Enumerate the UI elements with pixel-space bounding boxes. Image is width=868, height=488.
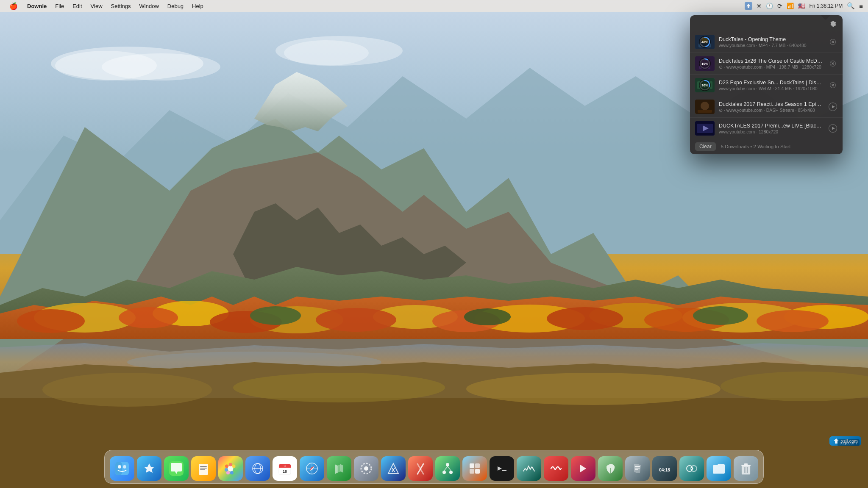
svg-text:18: 18 — [284, 465, 286, 468]
time-machine-icon[interactable]: 🕐 — [766, 3, 773, 9]
dock-item-transmit[interactable] — [462, 456, 487, 481]
view-menu[interactable]: View — [87, 2, 106, 10]
svg-point-38 — [102, 53, 220, 80]
dock-item-trash[interactable] — [734, 456, 758, 481]
debug-menu[interactable]: Debug — [164, 2, 187, 10]
item-title-1: DuckTales - Opening Theme — [719, 36, 824, 42]
svg-point-117 — [442, 471, 446, 474]
downie-panel: 46% DuckTales - Opening Theme www.youtub… — [690, 15, 843, 154]
menubar-left: 🍎 Downie File Edit View Settings Window … — [5, 2, 207, 10]
close-button-1[interactable] — [828, 37, 837, 47]
svg-point-90 — [233, 468, 236, 471]
dock-item-activity[interactable] — [517, 456, 541, 481]
watermark: xzji.com — [837, 440, 860, 446]
bluetooth-icon[interactable]: ✳ — [757, 3, 762, 9]
apple-menu[interactable]: 🍎 — [5, 2, 22, 10]
svg-point-94 — [225, 465, 228, 468]
dock-item-scrobbler[interactable] — [544, 456, 568, 481]
dock-item-time[interactable]: 04:18 — [652, 456, 677, 481]
svg-marker-71 — [832, 105, 835, 108]
svg-point-80 — [118, 465, 121, 469]
item-title-5: DUCKTALES 2017 Premi...ew LIVE [Black Ne… — [719, 123, 824, 129]
search-icon[interactable]: 🔍 — [847, 2, 855, 10]
svg-rect-69 — [698, 110, 712, 113]
download-item: 10% DuckTales 1x26 The Curse of Castle M… — [690, 53, 843, 75]
svg-point-40 — [284, 40, 369, 66]
svg-line-119 — [444, 466, 448, 471]
flag-icon: 🇺🇸 — [798, 3, 805, 9]
downie-tray-icon[interactable] — [745, 2, 752, 10]
svg-point-92 — [226, 471, 230, 474]
help-menu[interactable]: Help — [189, 2, 207, 10]
svg-line-120 — [448, 466, 451, 471]
thumbnail-1: 46% — [695, 35, 715, 49]
play-button-4[interactable] — [828, 102, 837, 111]
file-menu[interactable]: File — [52, 2, 67, 10]
window-menu[interactable]: Window — [136, 2, 162, 10]
svg-marker-125 — [498, 466, 502, 471]
svg-marker-127 — [580, 465, 586, 472]
dock-item-messages[interactable] — [164, 456, 189, 481]
wifi-icon[interactable]: 📶 — [787, 3, 794, 9]
sync-icon[interactable]: ⟳ — [777, 3, 782, 9]
dock-item-terminal[interactable] — [490, 456, 514, 481]
svg-point-34 — [466, 373, 721, 405]
dock-item-calendar[interactable]: 18 18 — [273, 456, 297, 481]
item-title-4: Ducktales 2017 Reacti...ies Season 1 Epi… — [719, 101, 824, 107]
dock-item-vox[interactable] — [571, 456, 595, 481]
item-meta-2: ⊙ · www.youtube.com · MP4 · 198.7 MB · 1… — [719, 64, 824, 69]
svg-text:04:18: 04:18 — [659, 468, 670, 472]
progress-ring-3: 30% — [699, 79, 711, 91]
svg-point-32 — [42, 373, 212, 407]
item-info-4: Ducktales 2017 Reacti...ies Season 1 Epi… — [719, 101, 824, 113]
svg-point-93 — [225, 468, 228, 471]
svg-point-116 — [446, 463, 449, 466]
thumbnail-4 — [695, 100, 715, 114]
dock-item-appstore[interactable] — [137, 456, 161, 481]
item-meta-3: www.youtube.com · WebM · 31.4 MB · 1920x… — [719, 86, 824, 91]
dock-item-finder[interactable] — [110, 456, 134, 481]
settings-menu[interactable]: Settings — [108, 2, 134, 10]
svg-text:18: 18 — [283, 469, 287, 474]
control-center-icon[interactable]: ≡ — [859, 3, 863, 10]
dock-item-syspref[interactable] — [354, 456, 378, 481]
item-info-2: DuckTales 1x26 The Curse of Castle McDuc… — [719, 58, 824, 69]
clear-button[interactable]: Clear — [695, 142, 716, 151]
dock-item-folder[interactable] — [707, 456, 731, 481]
play-button-5[interactable] — [828, 124, 837, 133]
download-item: 30% D23 Expo Exclusive Sn... DuckTales |… — [690, 75, 843, 96]
dock-item-photos[interactable] — [218, 456, 243, 481]
svg-point-91 — [230, 471, 234, 474]
item-info-3: D23 Expo Exclusive Sn... DuckTales | Dis… — [719, 80, 824, 91]
svg-point-26 — [693, 306, 748, 325]
svg-rect-130 — [635, 468, 640, 469]
dock-item-scrivener[interactable] — [625, 456, 650, 481]
svg-point-21 — [547, 307, 623, 330]
item-info-5: DUCKTALES 2017 Premi...ew LIVE [Black Ne… — [719, 123, 824, 134]
dock-item-migrate[interactable] — [679, 456, 704, 481]
dock-item-safari[interactable] — [300, 456, 324, 481]
svg-marker-76 — [832, 127, 835, 130]
close-button-2[interactable] — [828, 59, 837, 68]
svg-point-19 — [316, 308, 396, 332]
app-name-menu[interactable]: Downie — [24, 2, 50, 10]
settings-button[interactable] — [829, 19, 837, 30]
svg-rect-131 — [635, 469, 638, 470]
svg-rect-86 — [200, 469, 205, 470]
dock-item-leaf[interactable] — [598, 456, 623, 481]
svg-point-110 — [364, 466, 368, 471]
download-item: Ducktales 2017 Reacti...ies Season 1 Epi… — [690, 96, 843, 118]
clock: Fri 1:38:12 PM — [810, 3, 843, 9]
dock-item-notes[interactable] — [191, 456, 216, 481]
dock-item-xcode[interactable]: X — [381, 456, 406, 481]
svg-point-17 — [119, 307, 178, 328]
edit-menu[interactable]: Edit — [69, 2, 85, 10]
svg-rect-122 — [475, 463, 480, 468]
panel-header — [690, 15, 843, 31]
dock-item-instruments[interactable] — [408, 456, 433, 481]
dock-item-maps[interactable] — [327, 456, 351, 481]
dock-item-network[interactable] — [245, 456, 270, 481]
dock-item-sourcetree[interactable] — [435, 456, 460, 481]
close-button-3[interactable] — [828, 80, 837, 90]
svg-rect-137 — [744, 463, 748, 465]
